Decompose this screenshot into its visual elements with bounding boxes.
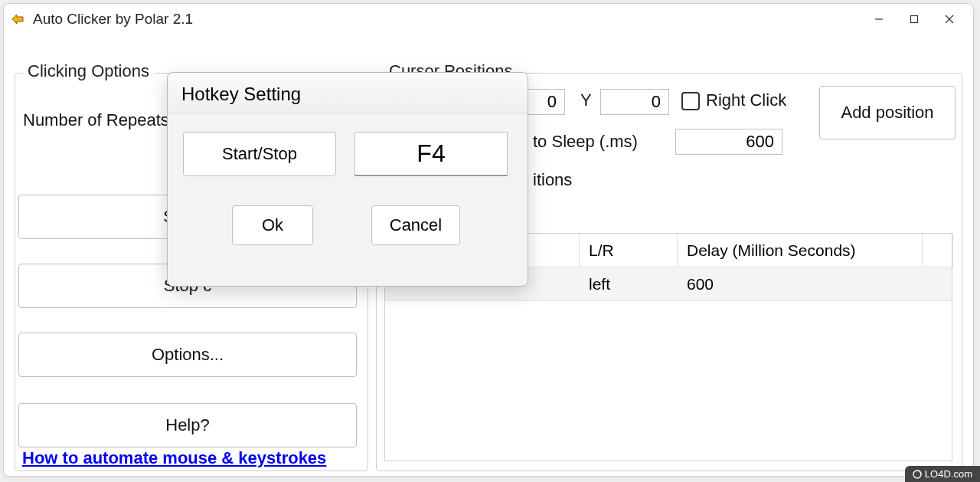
startstop-button[interactable]: Start/Stop [183, 132, 336, 176]
dialog-body: Start/Stop F4 Ok Cancel [168, 113, 528, 285]
options-button-label: Options... [152, 345, 224, 365]
cancel-button-label: Cancel [390, 215, 442, 235]
sleep-label: to Sleep (.ms) [533, 132, 638, 152]
automate-link[interactable]: How to automate mouse & keystrokes [22, 448, 326, 468]
clicking-options-label: Clicking Options [23, 61, 154, 81]
sleep-input-wrap [675, 129, 782, 155]
maximize-button[interactable] [897, 7, 932, 31]
col-header-scroll [923, 234, 953, 267]
col-header-delay[interactable]: Delay (Million Seconds) [678, 234, 923, 267]
titlebar: Auto Clicker by Polar 2.1 [4, 4, 973, 34]
minimize-button[interactable] [861, 7, 897, 31]
window-controls [861, 7, 967, 31]
add-position-button[interactable]: Add position [819, 86, 956, 139]
right-click-checkbox[interactable] [681, 92, 700, 110]
watermark-text: LO4D.com [925, 468, 972, 480]
cell-lr: left [580, 271, 678, 298]
hotkey-value: F4 [416, 139, 445, 168]
sleep-input[interactable] [675, 129, 782, 155]
window-title: Auto Clicker by Polar 2.1 [33, 11, 861, 28]
col-header-lr[interactable]: L/R [580, 234, 678, 267]
number-of-repeats-label: Number of Repeats [23, 110, 169, 130]
y-input-wrap [600, 89, 669, 115]
add-position-label: Add position [841, 103, 933, 123]
cell-delay: 600 [678, 271, 923, 298]
ok-button-label: Ok [262, 215, 283, 235]
right-click-label: Right Click [706, 90, 786, 110]
dialog-title: Hotkey Setting [168, 73, 528, 113]
ok-button[interactable]: Ok [232, 205, 313, 245]
startstop-button-label: Start/Stop [222, 144, 297, 164]
app-icon [10, 11, 27, 28]
watermark-badge: LO4D.com [905, 466, 980, 482]
hotkey-input[interactable]: F4 [354, 132, 508, 176]
options-button[interactable]: Options... [18, 333, 357, 377]
close-button[interactable] [932, 7, 967, 31]
hotkey-setting-dialog: Hotkey Setting Start/Stop F4 Ok Cancel [167, 72, 528, 287]
cancel-button[interactable]: Cancel [371, 205, 460, 245]
svg-rect-1 [911, 16, 918, 23]
help-button-label: Help? [165, 415, 209, 435]
positions-label-partial: itions [533, 170, 572, 190]
y-label: Y [580, 90, 592, 110]
y-input[interactable] [600, 89, 669, 115]
help-button[interactable]: Help? [18, 403, 357, 448]
